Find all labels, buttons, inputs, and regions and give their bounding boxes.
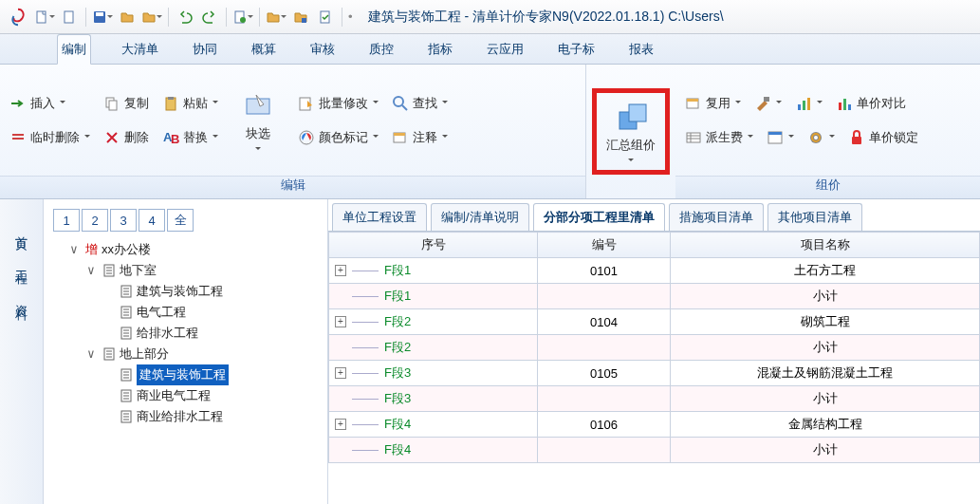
svg-rect-9 <box>12 138 24 140</box>
unitcompare-button[interactable]: 单价对比 <box>836 95 906 112</box>
svg-rect-25 <box>687 99 698 102</box>
tree-a-plumb[interactable]: 商业给排水工程 <box>104 406 324 427</box>
svg-rect-13 <box>168 97 174 100</box>
col-name[interactable]: 项目名称 <box>671 233 980 258</box>
table-row[interactable]: +F段10101土石方工程 <box>329 258 980 284</box>
table-row[interactable]: F段3小计 <box>329 386 980 412</box>
sidenav-material[interactable]: 资料 <box>13 294 30 302</box>
svg-rect-26 <box>764 97 769 102</box>
tab-yunyingyong[interactable]: 云应用 <box>483 35 527 64</box>
app-logo-icon <box>6 5 30 29</box>
table-row[interactable]: +F段30105混凝土及钢筋混凝土工程 <box>329 361 980 386</box>
row-code: 0106 <box>538 412 671 438</box>
tree-above[interactable]: ∨地上部分 <box>87 344 324 364</box>
tree-b-elec[interactable]: 电气工程 <box>104 302 324 323</box>
tree-root[interactable]: ∨增xx办公楼 <box>70 239 324 260</box>
expand-toggle[interactable]: + <box>335 265 346 276</box>
folder-menu-button[interactable] <box>141 7 162 28</box>
paste-label: 粘贴 <box>183 95 208 112</box>
folder-save-button[interactable] <box>290 7 311 28</box>
tree-b-plumb[interactable]: 给排水工程 <box>104 323 324 344</box>
doc-icon <box>120 306 133 319</box>
svg-rect-21 <box>394 133 405 136</box>
subtab-measure-list[interactable]: 措施项目清单 <box>669 203 764 231</box>
page-3[interactable]: 3 <box>110 209 137 232</box>
unitlock-button[interactable]: 单价锁定 <box>848 129 918 146</box>
window-title: 建筑与装饰工程 - 清单计价专家N9(V2022.01.18.1) C:\Use… <box>368 9 724 26</box>
doc-new-button[interactable] <box>232 7 253 28</box>
table-row[interactable]: +F段20104砌筑工程 <box>329 309 980 335</box>
insert-label: 插入 <box>30 95 55 112</box>
table-row[interactable]: F段4小计 <box>329 438 980 463</box>
undo-button[interactable] <box>175 7 195 28</box>
doc-check-button[interactable] <box>315 7 336 28</box>
expand-toggle[interactable]: + <box>335 419 346 430</box>
table-row[interactable]: +F段40106金属结构工程 <box>329 412 980 438</box>
doc-icon <box>120 410 133 423</box>
page-1[interactable]: 1 <box>53 209 80 232</box>
sidenav-home[interactable]: 首页 <box>13 226 30 233</box>
subtab-subdivision-list[interactable]: 分部分项工程里清单 <box>533 203 665 231</box>
paste-icon <box>162 95 179 112</box>
expand-toggle[interactable]: + <box>335 367 346 379</box>
table-button[interactable] <box>767 129 794 146</box>
delete-button[interactable]: 删除 <box>103 129 149 146</box>
save-button[interactable] <box>92 7 113 28</box>
sidenav-project[interactable]: 工程 <box>13 260 30 268</box>
tab-gaisuan[interactable]: 概算 <box>248 35 280 64</box>
annotate-label: 注释 <box>413 129 437 146</box>
copy-button[interactable]: 复制 <box>103 95 149 112</box>
table-row[interactable]: F段1小计 <box>329 284 980 309</box>
page-2[interactable]: 2 <box>82 209 108 232</box>
expand-toggle[interactable]: + <box>335 316 346 327</box>
separator <box>226 8 227 27</box>
open-file-button[interactable] <box>59 7 80 28</box>
replace-button[interactable]: AB替换 <box>162 129 218 146</box>
tree-basement[interactable]: ∨地下室 <box>87 260 324 281</box>
paste-button[interactable]: 粘贴 <box>162 95 218 112</box>
find-icon <box>392 95 409 112</box>
page-all[interactable]: 全 <box>167 209 194 232</box>
tree-a-elec[interactable]: 商业电气工程 <box>104 385 324 406</box>
summary-button[interactable]: 汇总组价 <box>604 99 657 164</box>
subtab-compile-notes[interactable]: 编制/清单说明 <box>431 203 529 231</box>
redo-button[interactable] <box>199 7 220 28</box>
tempdel-button[interactable]: 临时删除 <box>9 129 90 146</box>
tab-shenhe[interactable]: 审核 <box>306 35 339 64</box>
dispatch-button[interactable]: 派生费 <box>685 129 753 146</box>
expand-icon: ∨ <box>87 260 99 281</box>
blocksel-button[interactable]: 块选 <box>231 87 285 153</box>
colormark-button[interactable]: 颜色标记 <box>298 129 379 146</box>
summary-label: 汇总组价 <box>606 137 656 154</box>
new-file-button[interactable] <box>34 7 55 28</box>
tab-bianzhi[interactable]: 编制 <box>57 34 91 65</box>
annotate-button[interactable]: 注释 <box>392 129 448 146</box>
open-folder-button[interactable] <box>117 7 138 28</box>
tab-daqingdan[interactable]: 大清单 <box>118 35 162 64</box>
col-code[interactable]: 编号 <box>538 233 671 258</box>
chart-button[interactable] <box>795 95 823 112</box>
tab-dianzibiao[interactable]: 电子标 <box>554 35 599 64</box>
table-row[interactable]: F段2小计 <box>329 335 980 361</box>
col-seq[interactable]: 序号 <box>329 233 538 258</box>
tab-zhikong[interactable]: 质控 <box>365 35 398 64</box>
insert-button[interactable]: 插入 <box>9 95 90 112</box>
reuse-icon <box>685 95 702 112</box>
batchmod-button[interactable]: 批量修改 <box>298 95 379 112</box>
find-button[interactable]: 查找 <box>392 95 448 112</box>
page-4[interactable]: 4 <box>139 209 165 232</box>
annotate-icon <box>392 129 409 146</box>
items-grid[interactable]: 序号 编号 项目名称 +F段10101土石方工程F段1小计+F段20104砌筑工… <box>328 232 980 504</box>
toolbox1-button[interactable] <box>754 95 782 112</box>
svg-point-37 <box>814 136 818 140</box>
tab-xietong[interactable]: 协同 <box>189 35 221 64</box>
subtab-other-list[interactable]: 其他项目清单 <box>767 203 862 231</box>
tab-zhibiao[interactable]: 指标 <box>424 35 456 64</box>
folder-open2-button[interactable] <box>266 7 287 28</box>
tree-b-arch[interactable]: 建筑与装饰工程 <box>104 281 324 302</box>
reuse-button[interactable]: 复用 <box>685 95 741 112</box>
subtab-unit-settings[interactable]: 单位工程设置 <box>332 203 427 231</box>
tab-baobiao[interactable]: 报表 <box>625 35 657 64</box>
gear-button[interactable] <box>807 129 835 146</box>
tree-a-arch[interactable]: 建筑与装饰工程 <box>104 364 324 385</box>
